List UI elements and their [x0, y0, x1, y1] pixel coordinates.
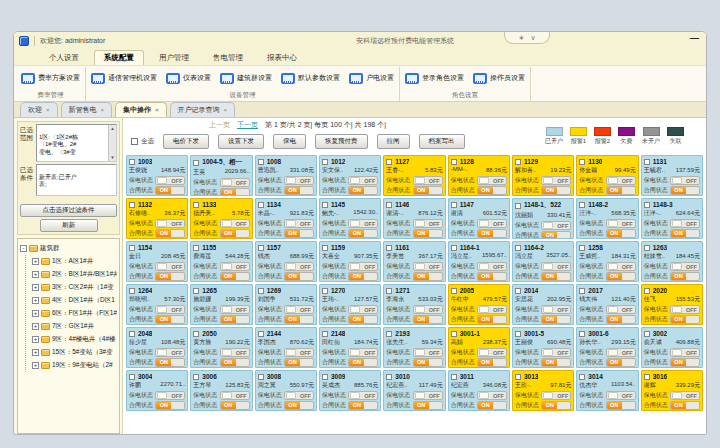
baodian-toggle-off[interactable]: OFF	[284, 262, 314, 271]
card-checkbox[interactable]	[644, 202, 650, 208]
meter-card[interactable]: 1134未晶-..921.83元保电状态OFF合闸状态ON	[255, 198, 317, 239]
ribbon-item[interactable]: 建筑群设置	[220, 73, 272, 84]
baodian-toggle-off[interactable]: OFF	[670, 176, 700, 185]
baodian-toggle-off[interactable]: OFF	[413, 262, 443, 271]
baodian-toggle-off[interactable]: OFF	[606, 391, 636, 400]
expand-icon[interactable]: +	[32, 271, 39, 278]
meter-card[interactable]: 1132石修缮..36.37元保电状态OFF合闸状态ON	[126, 198, 188, 239]
baodian-toggle-off[interactable]: OFF	[541, 305, 571, 314]
card-checkbox[interactable]	[451, 202, 457, 208]
baodian-toggle-off[interactable]: OFF	[541, 221, 571, 230]
meter-card[interactable]: 1154金日208.45元保电状态OFF合闸状态ON	[126, 241, 188, 282]
card-checkbox[interactable]	[322, 374, 328, 380]
expand-icon[interactable]: +	[32, 362, 39, 369]
card-checkbox[interactable]	[129, 288, 135, 294]
card-checkbox[interactable]	[322, 159, 328, 165]
hezha-toggle-on[interactable]: ON	[670, 358, 700, 367]
card-checkbox[interactable]	[644, 288, 650, 294]
tree-node[interactable]: +15区：5#变站（3#变	[32, 346, 117, 359]
baodian-toggle-off[interactable]: OFF	[348, 391, 378, 400]
card-checkbox[interactable]	[322, 245, 328, 251]
meter-card[interactable]: 1129解加喜..19.23元保电状态OFF合闸状态ON	[512, 155, 574, 196]
meter-card[interactable]: 2048徐少星108.48元保电状态OFF合闸状态ON	[126, 327, 188, 368]
tree-root[interactable]: - 建筑群	[20, 242, 117, 255]
hezha-toggle-on[interactable]: ON	[670, 229, 700, 238]
hezha-toggle-on[interactable]: ON	[284, 315, 314, 324]
hezha-toggle-on[interactable]: ON	[606, 272, 636, 281]
hezha-toggle-on[interactable]: ON	[220, 188, 250, 196]
toolbar-button[interactable]: 档案写出	[419, 134, 465, 149]
meter-card[interactable]: 2005牛红中479.57元保电状态OFF合闸状态ON	[448, 284, 510, 325]
meter-card[interactable]: 1147谢清601.52元保电状态OFF合闸状态ON	[448, 198, 510, 239]
scroll-down-icon[interactable]: ▼	[110, 154, 114, 162]
hezha-toggle-on[interactable]: ON	[220, 315, 250, 324]
document-tab[interactable]: 欢迎×	[20, 102, 58, 117]
hezha-toggle-on[interactable]: ON	[670, 186, 700, 195]
baodian-toggle-off[interactable]: OFF	[348, 262, 378, 271]
tree-node[interactable]: +19区：9#变电站（2#	[32, 359, 117, 372]
card-checkbox[interactable]	[451, 374, 457, 380]
card-checkbox[interactable]	[322, 331, 328, 337]
meter-card[interactable]: 1164-1冯立星..1595.67..保电状态OFF合闸状态ON	[448, 241, 510, 282]
minimize-button[interactable]: —	[690, 33, 699, 43]
hezha-toggle-on[interactable]: ON	[284, 358, 314, 367]
meter-card[interactable]: 3001-5王丽俊690.48元保电状态OFF合闸状态ON	[512, 327, 574, 368]
card-checkbox[interactable]	[644, 159, 650, 165]
document-tab[interactable]: 开户记录查询×	[170, 102, 236, 117]
hezha-toggle-on[interactable]: ON	[606, 186, 636, 195]
card-checkbox[interactable]	[644, 331, 650, 337]
card-checkbox[interactable]	[129, 331, 135, 337]
hezha-toggle-on[interactable]: ON	[477, 358, 507, 367]
meter-card[interactable]: 1008曹迅凯..331.08元保电状态OFF合闸状态ON	[255, 155, 317, 196]
hezha-toggle-on[interactable]: ON	[670, 272, 700, 281]
meter-card[interactable]: 1263桂妹雪..184.45元保电状态OFF合闸状态ON	[641, 241, 703, 282]
meter-card[interactable]: 1012安文保..122.42元保电状态OFF合闸状态ON	[319, 155, 381, 196]
card-checkbox[interactable]	[515, 288, 521, 294]
baodian-toggle-off[interactable]: OFF	[541, 348, 571, 357]
card-checkbox[interactable]	[579, 202, 585, 208]
card-checkbox[interactable]	[451, 331, 457, 337]
baodian-toggle-off[interactable]: OFF	[348, 176, 378, 185]
hezha-toggle-on[interactable]: ON	[541, 272, 571, 281]
baodian-toggle-off[interactable]: OFF	[477, 176, 507, 185]
baodian-toggle-off[interactable]: OFF	[284, 348, 314, 357]
meter-card[interactable]: 1264郑晓明..57.30元保电状态OFF合闸状态ON	[126, 284, 188, 325]
baodian-toggle-off[interactable]: OFF	[670, 305, 700, 314]
hezha-toggle-on[interactable]: ON	[348, 229, 378, 238]
toolbar-button[interactable]: 拉闸	[377, 134, 410, 149]
baodian-toggle-off[interactable]: OFF	[477, 391, 507, 400]
tree-node[interactable]: +9区：4#楼电井（4#楼	[32, 333, 117, 346]
hezha-toggle-on[interactable]: ON	[670, 401, 700, 410]
expand-icon[interactable]: +	[32, 336, 39, 343]
hezha-toggle-on[interactable]: ON	[477, 272, 507, 281]
card-checkbox[interactable]	[129, 159, 135, 165]
card-checkbox[interactable]	[193, 160, 199, 166]
prev-page-link[interactable]: 上一页	[209, 120, 230, 130]
card-checkbox[interactable]	[644, 374, 650, 380]
baodian-toggle-off[interactable]: OFF	[606, 348, 636, 357]
hezha-toggle-on[interactable]: ON	[606, 358, 636, 367]
meter-card[interactable]: 3010纪宏燕..117.49元保电状态OFF合闸状态ON	[383, 370, 445, 411]
card-checkbox[interactable]	[515, 374, 521, 380]
card-checkbox[interactable]	[579, 159, 585, 165]
card-checkbox[interactable]	[129, 374, 135, 380]
hezha-toggle-on[interactable]: ON	[477, 401, 507, 410]
tree-node[interactable]: +3区：C区2#井（1#变	[32, 281, 117, 294]
select-all-control[interactable]: 全选	[131, 137, 154, 146]
baodian-toggle-off[interactable]: OFF	[413, 305, 443, 314]
meter-card[interactable]: 1004-5、相一王英2029.66..保电状态OFF合闸状态ON	[190, 155, 252, 196]
baodian-toggle-off[interactable]: OFF	[284, 305, 314, 314]
hezha-toggle-on[interactable]: ON	[477, 186, 507, 195]
meter-card[interactable]: 3006王方琴125.83元保电状态OFF合闸状态ON	[190, 370, 252, 411]
baodian-toggle-off[interactable]: OFF	[413, 391, 443, 400]
baodian-toggle-off[interactable]: OFF	[477, 305, 507, 314]
hezha-toggle-on[interactable]: ON	[220, 229, 250, 238]
baodian-toggle-off[interactable]: OFF	[348, 219, 378, 228]
hezha-toggle-on[interactable]: ON	[541, 358, 571, 367]
hezha-toggle-on[interactable]: ON	[348, 358, 378, 367]
meter-card[interactable]: 1131王毓君..137.59元保电状态OFF合闸状态ON	[641, 155, 703, 196]
meter-card[interactable]: 3008周之翼550.97元保电状态OFF合闸状态ON	[255, 370, 317, 411]
hezha-toggle-on[interactable]: ON	[413, 401, 443, 410]
tree-node[interactable]: +1区：A区1#井	[32, 255, 117, 268]
card-checkbox[interactable]	[579, 288, 585, 294]
